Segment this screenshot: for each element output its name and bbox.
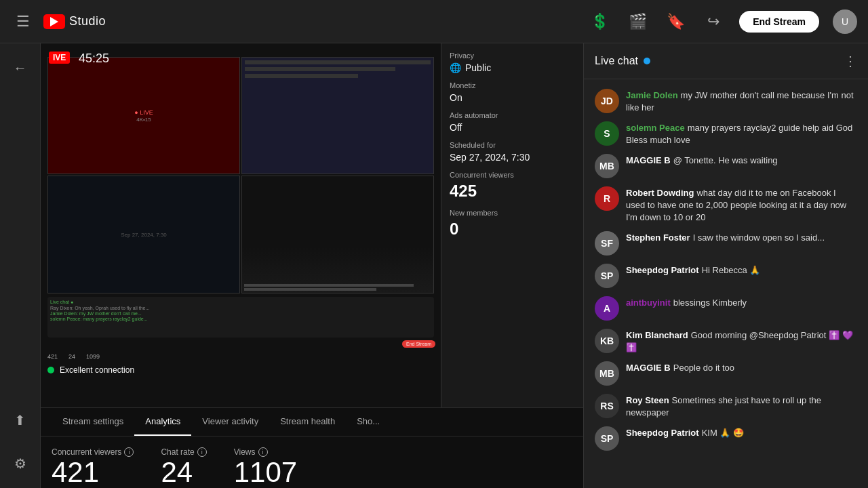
message-avatar: KB bbox=[595, 329, 619, 353]
analytics-panel: Stream settingsAnalyticsViewer activityS… bbox=[41, 407, 583, 488]
live-badge: IVE bbox=[49, 52, 70, 64]
scheduled-label: Scheduled for bbox=[450, 141, 575, 149]
chat-message: Aaintbuyinitblessings Kimberly bbox=[584, 292, 868, 325]
message-author: Kim Blanchard bbox=[626, 330, 688, 340]
monetization-icon-button[interactable]: 💲 bbox=[587, 9, 612, 34]
youtube-studio-logo[interactable]: Studio bbox=[43, 14, 106, 29]
concurrent-info: Concurrent viewers 425 bbox=[450, 171, 575, 201]
new-members-info: New members 0 bbox=[450, 209, 575, 239]
chat-message: MBMAGGIE B@ Tonette. He was waiting bbox=[584, 150, 868, 182]
ads-info: Ads automator Off bbox=[450, 111, 575, 133]
message-content: Roy SteenSometimes she just have to roll… bbox=[626, 394, 857, 418]
message-text: @ Tonette. He was waiting bbox=[673, 155, 778, 165]
stream-info-panel: Privacy 🌐 Public Monetiz On Ads automato… bbox=[441, 43, 583, 407]
topnav-icons: 💲 🎬 🔖 ↪ End Stream U bbox=[587, 9, 857, 34]
tab-analytics[interactable]: Analytics bbox=[134, 408, 191, 436]
message-content: Kim BlanchardGood morning @Sheepdog Patr… bbox=[626, 329, 857, 353]
main-content: ← ⬆ ⚙ IVE 45:25 ● LIVE4K•15 bbox=[0, 43, 868, 488]
views-stat-value: 1107 bbox=[234, 457, 297, 488]
bookmark-icon-button[interactable]: 🔖 bbox=[663, 9, 688, 34]
chat-message: SPSheepdog PatriotKIM 🙏 🤩 bbox=[584, 422, 868, 455]
message-author: Sheepdog Patriot bbox=[626, 428, 699, 438]
monetize-info: Monetiz On bbox=[450, 81, 575, 103]
chat-rate-stat-label: Chat rate i bbox=[161, 447, 206, 457]
message-avatar: A bbox=[595, 296, 619, 321]
new-members-value: 0 bbox=[450, 220, 575, 239]
chat-message: SFStephen FosterI saw the window open so… bbox=[584, 227, 868, 260]
tab-stream-health[interactable]: Stream health bbox=[269, 408, 346, 436]
chat-message: JDJamie Dolenmy JW mother don't call me … bbox=[584, 85, 868, 117]
chat-header: Live chat ⋮ bbox=[584, 43, 868, 79]
tab-viewer-activity[interactable]: Viewer activity bbox=[191, 408, 269, 436]
message-content: Robert Dowdingwhat day did it to me on F… bbox=[626, 186, 857, 223]
tab-stream-settings[interactable]: Stream settings bbox=[52, 408, 134, 436]
share-icon-button[interactable]: ↪ bbox=[701, 9, 726, 34]
concurrent-stat: Concurrent viewers i 421 bbox=[52, 447, 134, 488]
clapperboard-icon-button[interactable]: 🎬 bbox=[625, 9, 650, 34]
message-author: Robert Dowding bbox=[626, 188, 694, 198]
chat-message: RSRoy SteenSometimes she just have to ro… bbox=[584, 390, 868, 422]
message-avatar: JD bbox=[595, 89, 619, 113]
chat-rate-info-icon[interactable]: i bbox=[197, 447, 207, 457]
chat-message: Ssolemn Peacemany prayers rayclay2 guide… bbox=[584, 117, 868, 150]
chat-rate-stat: Chat rate i 24 bbox=[161, 447, 206, 488]
message-author: aintbuyinit bbox=[626, 298, 671, 308]
message-author: solemn Peace bbox=[626, 123, 685, 133]
chat-message: MBMAGGIE BPeople do it too bbox=[584, 357, 868, 390]
analytics-tabs: Stream settingsAnalyticsViewer activityS… bbox=[41, 408, 583, 436]
chat-title: Live chat bbox=[595, 55, 650, 67]
center-panel: IVE 45:25 ● LIVE4K•15 bbox=[41, 43, 583, 488]
message-content: Stephen FosterI saw the window open so I… bbox=[626, 231, 857, 243]
message-avatar: MB bbox=[595, 361, 619, 386]
message-content: Jamie Dolenmy JW mother don't call me be… bbox=[626, 89, 857, 113]
message-author: Jamie Dolen bbox=[626, 90, 678, 100]
user-avatar[interactable]: U bbox=[833, 9, 857, 34]
message-text: KIM 🙏 🤩 bbox=[702, 428, 744, 438]
stream-content: ● LIVE4K•15 Sep 27, 2024, 7:30 bbox=[41, 43, 441, 407]
grid-cell-4 bbox=[241, 176, 434, 293]
top-navigation: ☰ Studio 💲 🎬 🔖 ↪ End Stream U bbox=[0, 0, 868, 43]
chat-message: SPSheepdog PatriotHi Rebecca 🙏 bbox=[584, 260, 868, 292]
chat-messages-container: JDJamie Dolenmy JW mother don't call me … bbox=[584, 79, 868, 488]
privacy-value: Public bbox=[465, 62, 491, 73]
message-avatar: SP bbox=[595, 426, 619, 451]
back-button[interactable]: ← bbox=[7, 54, 34, 81]
hamburger-menu-button[interactable]: ☰ bbox=[11, 9, 35, 34]
analytics-stats: Concurrent viewers i 421 Chat rate i 24 … bbox=[41, 436, 583, 488]
grid-cell-2 bbox=[241, 57, 434, 174]
chat-message: RRobert Dowdingwhat day did it to me on … bbox=[584, 182, 868, 227]
connection-label: Excellent connection bbox=[60, 365, 134, 375]
message-author: MAGGIE B bbox=[626, 155, 671, 165]
message-text: I saw the window open so I said... bbox=[693, 232, 825, 243]
settings-button[interactable]: ⚙ bbox=[7, 450, 34, 477]
message-avatar: MB bbox=[595, 154, 619, 178]
concurrent-info-icon[interactable]: i bbox=[124, 447, 134, 457]
studio-label: Studio bbox=[69, 14, 106, 28]
message-author: Sheepdog Patriot bbox=[626, 265, 699, 275]
message-text: People do it too bbox=[673, 363, 734, 373]
message-avatar: RS bbox=[595, 394, 619, 418]
ads-label: Ads automator bbox=[450, 111, 575, 119]
message-content: MAGGIE B@ Tonette. He was waiting bbox=[626, 154, 857, 166]
message-text: blessings Kimberly bbox=[673, 298, 747, 308]
message-author: MAGGIE B bbox=[626, 363, 671, 373]
concurrent-value: 425 bbox=[450, 182, 575, 201]
tab-sho...[interactable]: Sho... bbox=[346, 408, 391, 436]
export-button[interactable]: ⬆ bbox=[7, 407, 34, 434]
video-preview-section: IVE 45:25 ● LIVE4K•15 bbox=[41, 43, 583, 407]
privacy-info: Privacy 🌐 Public bbox=[450, 52, 575, 73]
connection-dot bbox=[47, 367, 54, 373]
video-preview: IVE 45:25 ● LIVE4K•15 bbox=[41, 43, 441, 407]
views-stat-label: Views i bbox=[234, 447, 297, 457]
concurrent-label: Concurrent viewers bbox=[450, 171, 575, 179]
end-stream-button[interactable]: End Stream bbox=[739, 11, 819, 33]
grid-cell-3: Sep 27, 2024, 7:30 bbox=[47, 176, 240, 293]
chat-more-button[interactable]: ⋮ bbox=[844, 53, 857, 69]
grid-cell-1: ● LIVE4K•15 bbox=[47, 57, 240, 174]
views-info-icon[interactable]: i bbox=[258, 447, 268, 457]
message-author: Stephen Foster bbox=[626, 232, 690, 243]
message-avatar: SF bbox=[595, 231, 619, 256]
monetize-value: On bbox=[450, 92, 575, 103]
connection-status: Excellent connection bbox=[41, 363, 441, 378]
privacy-value-row: 🌐 Public bbox=[450, 62, 575, 73]
